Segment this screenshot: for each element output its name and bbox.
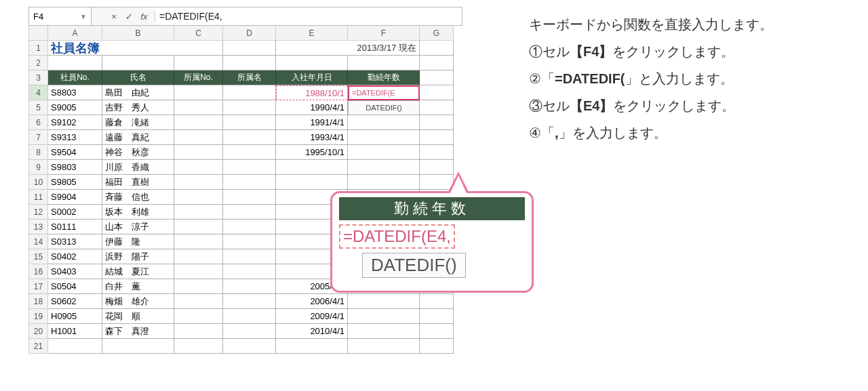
row-number[interactable]: 7 [29,130,48,145]
cell[interactable] [223,160,276,175]
cell[interactable]: 藤倉 滝緒 [102,115,174,130]
cell[interactable] [420,324,454,339]
cell[interactable] [223,309,276,324]
row-number[interactable]: 3 [29,70,48,85]
sheet-date[interactable]: 2013/3/17 現在 [276,41,420,56]
cell[interactable]: H0905 [48,309,102,324]
cell[interactable]: 山本 涼子 [102,220,174,234]
cell[interactable]: 1991/4/1 [276,115,348,130]
cell[interactable]: 伊藤 隆 [102,234,174,249]
row-number[interactable]: 8 [29,145,48,160]
row-number[interactable]: 17 [29,279,48,294]
cell[interactable] [348,145,420,160]
col-head[interactable]: C [174,26,223,41]
cell[interactable]: 白井 薫 [102,279,174,294]
cancel-icon[interactable]: × [106,12,121,22]
cell[interactable] [223,220,276,234]
cell[interactable]: S9805 [48,175,102,190]
cell[interactable]: H1001 [48,324,102,339]
col-head[interactable]: F [348,26,420,41]
fx-icon[interactable]: fx [136,12,155,22]
cell[interactable] [223,100,276,115]
cell[interactable] [174,100,223,115]
cell[interactable]: 森下 真澄 [102,324,174,339]
cell[interactable]: S0403 [48,264,102,279]
table-header[interactable]: 所属No. [174,70,223,85]
cell[interactable]: S9504 [48,145,102,160]
cell[interactable] [223,294,276,309]
cell[interactable] [174,85,223,100]
cell[interactable]: S0111 [48,220,102,234]
cell[interactable] [174,309,223,324]
cell[interactable] [348,294,420,309]
cell[interactable]: 結城 夏江 [102,264,174,279]
cell[interactable] [420,294,454,309]
cell[interactable] [223,175,276,190]
cell[interactable] [174,190,223,205]
cell[interactable] [223,115,276,130]
cell[interactable] [223,205,276,220]
cell[interactable] [420,85,454,100]
cell[interactable] [102,56,174,70]
cell[interactable]: S0002 [48,205,102,220]
cell[interactable]: 1988/10/1 [276,85,348,100]
cell[interactable] [348,130,420,145]
cell[interactable] [174,324,223,339]
cell[interactable] [174,115,223,130]
col-head[interactable]: E [276,26,348,41]
cell[interactable] [174,130,223,145]
row-number[interactable]: 2 [29,56,48,70]
cell[interactable] [174,175,223,190]
row-number[interactable]: 19 [29,309,48,324]
cell[interactable] [348,339,420,354]
cell[interactable]: S9803 [48,160,102,175]
cell[interactable]: S9005 [48,100,102,115]
cell[interactable] [223,85,276,100]
row-number[interactable]: 21 [29,339,48,354]
cell[interactable] [174,264,223,279]
cell[interactable]: 遠藤 真紀 [102,130,174,145]
cell[interactable] [174,249,223,264]
cell[interactable] [420,309,454,324]
cell[interactable] [420,41,454,56]
row-number[interactable]: 12 [29,205,48,220]
cell[interactable] [48,339,102,354]
cell[interactable]: 2006/4/1 [276,294,348,309]
chevron-down-icon[interactable]: ▼ [80,13,87,20]
cell[interactable] [223,41,276,56]
cell[interactable]: 福田 直樹 [102,175,174,190]
row-number[interactable]: 10 [29,175,48,190]
cell[interactable]: =DATEDIF(E [348,85,420,100]
cell[interactable] [420,56,454,70]
cell[interactable] [174,220,223,234]
row-number[interactable]: 6 [29,115,48,130]
sheet-title[interactable]: 社員名簿 [48,41,174,56]
cell[interactable] [223,324,276,339]
cell[interactable]: S9313 [48,130,102,145]
cell[interactable] [420,100,454,115]
cell[interactable] [276,56,348,70]
cell[interactable] [174,339,223,354]
cell[interactable] [276,339,348,354]
cell[interactable] [223,56,276,70]
row-number[interactable]: 16 [29,264,48,279]
cell[interactable] [348,175,420,190]
row-number[interactable]: 11 [29,190,48,205]
cell[interactable] [174,160,223,175]
cell[interactable]: 2010/4/1 [276,324,348,339]
cell[interactable] [174,145,223,160]
col-head[interactable]: A [48,26,102,41]
row-number[interactable]: 5 [29,100,48,115]
cell[interactable] [223,339,276,354]
row-number[interactable]: 14 [29,234,48,249]
cell[interactable] [276,175,348,190]
cell[interactable]: 川原 香織 [102,160,174,175]
cell[interactable]: S8803 [48,85,102,100]
row-number[interactable]: 9 [29,160,48,175]
cell[interactable] [420,115,454,130]
cell[interactable] [348,324,420,339]
name-box[interactable]: F4 ▼ [29,7,92,25]
formula-input[interactable]: =DATEDIF(E4, [155,7,462,25]
cell[interactable] [276,160,348,175]
cell[interactable] [174,234,223,249]
